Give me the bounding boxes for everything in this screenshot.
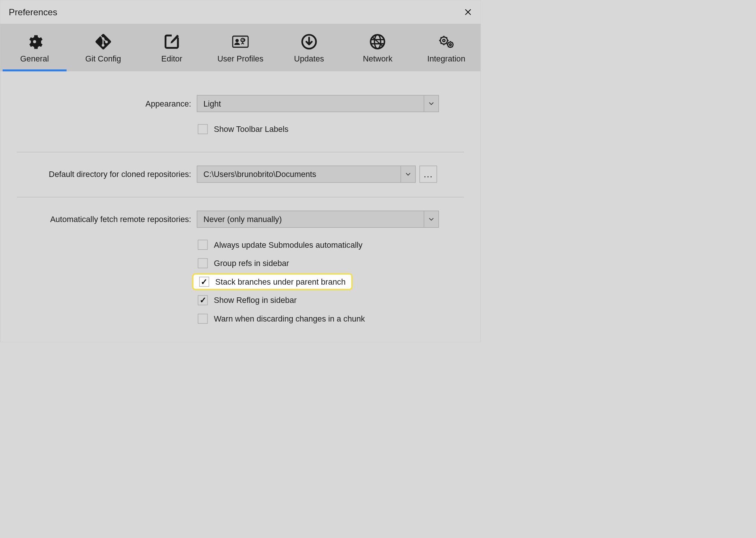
tab-label: Editor bbox=[161, 54, 182, 64]
group-refs-checkbox[interactable]: Group refs in sidebar bbox=[194, 255, 292, 272]
svg-rect-6 bbox=[233, 36, 248, 47]
clone-dir-select[interactable]: C:\Users\brunobrito\Documents bbox=[197, 166, 416, 183]
tab-updates[interactable]: Updates bbox=[275, 24, 343, 72]
checkbox-icon bbox=[199, 277, 209, 287]
chevron-down-icon bbox=[424, 95, 438, 111]
tab-label: Updates bbox=[294, 54, 324, 64]
svg-point-19 bbox=[450, 44, 451, 46]
svg-point-17 bbox=[443, 39, 445, 42]
show-reflog-checkbox[interactable]: Show Reflog in sidebar bbox=[194, 292, 300, 309]
download-icon bbox=[301, 34, 318, 50]
stack-branches-checkbox[interactable]: Stack branches under parent branch bbox=[192, 273, 353, 290]
svg-line-15 bbox=[372, 37, 383, 47]
gear-icon bbox=[26, 34, 43, 50]
checkbox-label: Warn when discarding changes in a chunk bbox=[214, 314, 365, 323]
tab-git-config[interactable]: Git Config bbox=[69, 24, 137, 72]
fetch-select[interactable]: Never (only manually) bbox=[197, 211, 439, 228]
checkbox-icon bbox=[198, 258, 208, 268]
checkbox-icon bbox=[198, 295, 208, 305]
warn-discard-checkbox[interactable]: Warn when discarding changes in a chunk bbox=[194, 310, 368, 327]
tab-user-profiles[interactable]: @ User Profiles bbox=[206, 24, 274, 72]
section-divider bbox=[17, 152, 464, 152]
appearance-label: Appearance: bbox=[17, 99, 197, 108]
chevron-down-icon bbox=[400, 166, 415, 182]
git-icon bbox=[95, 34, 112, 50]
preferences-window: Preferences General Git Config bbox=[0, 0, 481, 342]
always-update-submodules-checkbox[interactable]: Always update Submodules automatically bbox=[194, 236, 366, 253]
tab-network[interactable]: Network bbox=[343, 24, 412, 72]
close-icon bbox=[464, 8, 472, 16]
globe-icon bbox=[369, 34, 386, 50]
tab-label: Integration bbox=[427, 54, 465, 64]
browse-label: ... bbox=[423, 169, 433, 180]
user-profile-icon: @ bbox=[232, 34, 249, 50]
checkbox-label: Show Reflog in sidebar bbox=[214, 295, 296, 305]
checkbox-icon bbox=[198, 314, 208, 324]
fetch-label: Automatically fetch remote repositories: bbox=[17, 215, 197, 224]
clone-dir-label: Default directory for cloned repositorie… bbox=[17, 170, 197, 179]
checkbox-label: Always update Submodules automatically bbox=[214, 240, 362, 250]
tab-label: Network bbox=[363, 54, 392, 64]
section-divider bbox=[17, 197, 464, 197]
general-pane: Appearance: Light Show Toolbar Labels bbox=[0, 71, 481, 327]
show-toolbar-labels-checkbox[interactable]: Show Toolbar Labels bbox=[194, 121, 292, 138]
tab-bar: General Git Config Editor bbox=[0, 24, 481, 71]
appearance-value: Light bbox=[203, 99, 221, 108]
tab-editor[interactable]: Editor bbox=[137, 24, 206, 72]
tab-label: Git Config bbox=[85, 54, 121, 64]
browse-button[interactable]: ... bbox=[419, 166, 437, 183]
checkbox-label: Stack branches under parent branch bbox=[215, 277, 346, 287]
checkbox-icon bbox=[198, 124, 208, 134]
tab-general[interactable]: General bbox=[0, 24, 69, 72]
checkbox-icon bbox=[198, 240, 208, 250]
svg-point-7 bbox=[235, 39, 239, 42]
appearance-select[interactable]: Light bbox=[197, 95, 439, 112]
checkbox-label: Group refs in sidebar bbox=[214, 259, 289, 268]
tab-label: General bbox=[20, 54, 49, 64]
edit-icon bbox=[163, 34, 180, 50]
close-button[interactable] bbox=[463, 7, 473, 18]
svg-point-2 bbox=[33, 40, 36, 43]
titlebar: Preferences bbox=[0, 0, 481, 24]
tab-integration[interactable]: Integration bbox=[412, 24, 480, 72]
fetch-value: Never (only manually) bbox=[203, 215, 282, 224]
chevron-down-icon bbox=[424, 211, 438, 227]
window-title: Preferences bbox=[9, 7, 57, 17]
checkbox-label: Show Toolbar Labels bbox=[214, 124, 288, 134]
svg-text:@: @ bbox=[241, 38, 245, 42]
gears-icon bbox=[438, 34, 455, 50]
clone-dir-value: C:\Users\brunobrito\Documents bbox=[203, 170, 316, 179]
tab-label: User Profiles bbox=[217, 54, 264, 64]
